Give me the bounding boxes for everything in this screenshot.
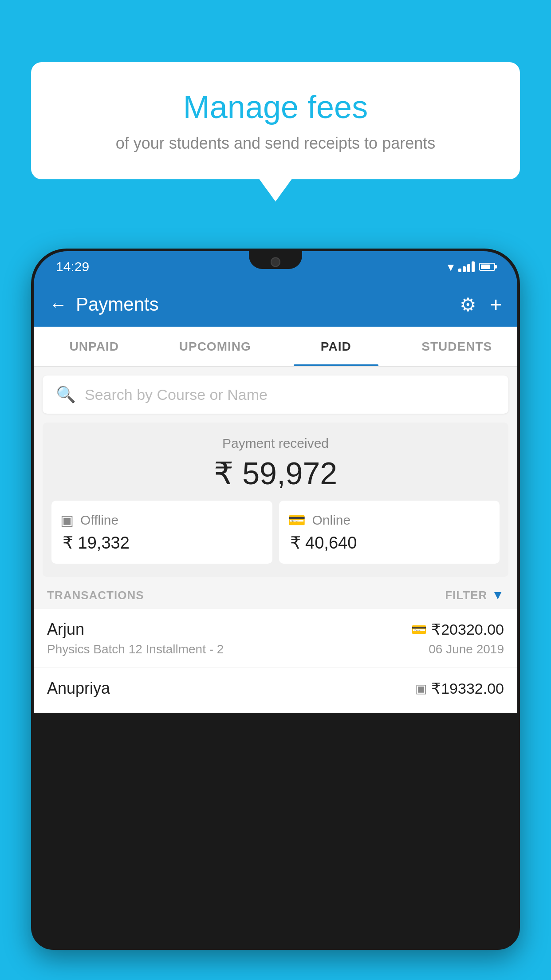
tab-unpaid[interactable]: UNPAID [34, 327, 155, 366]
filter-icon: ▼ [492, 588, 504, 602]
offline-amount: ₹ 19,332 [60, 533, 130, 553]
phone-notch [249, 251, 302, 269]
transaction-name: Anupriya [47, 679, 110, 698]
transaction-course: Physics Batch 12 Installment - 2 [47, 642, 224, 656]
page-title: Payments [76, 294, 159, 315]
transaction-date: 06 June 2019 [429, 642, 504, 656]
tab-upcoming[interactable]: UPCOMING [155, 327, 276, 366]
phone-container: 14:29 ▾ ← Pa [31, 249, 520, 980]
transactions-header: TRANSACTIONS FILTER ▼ [34, 577, 517, 609]
online-icon: 💳 [288, 512, 306, 529]
offline-label: Offline [80, 513, 118, 528]
tab-students[interactable]: STUDENTS [397, 327, 518, 366]
add-button[interactable]: + [490, 292, 502, 316]
transaction-list: Arjun 💳 ₹20320.00 Physics Batch 12 Insta… [34, 609, 517, 713]
transaction-item[interactable]: Arjun 💳 ₹20320.00 Physics Batch 12 Insta… [34, 609, 517, 668]
back-button[interactable]: ← [49, 295, 67, 315]
filter-button[interactable]: FILTER ▼ [445, 588, 504, 602]
speech-bubble: Manage fees of your students and send re… [31, 62, 520, 179]
payment-amount: ₹ 59,972 [51, 455, 500, 492]
app-content: 🔍 Search by Course or Name Payment recei… [34, 367, 517, 713]
offline-card: ▣ Offline ₹ 19,332 [51, 501, 272, 564]
online-card: 💳 Online ₹ 40,640 [279, 501, 500, 564]
camera [271, 257, 280, 267]
tabs-bar: UNPAID UPCOMING PAID STUDENTS [34, 327, 517, 367]
phone-screen: 14:29 ▾ ← Pa [34, 251, 517, 947]
speech-bubble-container: Manage fees of your students and send re… [31, 62, 520, 179]
search-icon: 🔍 [56, 385, 76, 404]
status-icons: ▾ [448, 260, 495, 274]
bubble-subtitle: of your students and send receipts to pa… [53, 134, 498, 153]
wifi-icon: ▾ [448, 260, 454, 274]
transaction-amount: ₹19332.00 [431, 680, 504, 697]
transaction-item[interactable]: Anupriya ▣ ₹19332.00 [34, 668, 517, 713]
online-amount: ₹ 40,640 [288, 533, 357, 553]
header-left: ← Payments [49, 294, 159, 315]
payment-sub-cards: ▣ Offline ₹ 19,332 💳 Online ₹ 40,640 [51, 501, 500, 564]
phone-frame: 14:29 ▾ ← Pa [31, 249, 520, 950]
filter-label: FILTER [445, 589, 487, 602]
online-label: Online [312, 513, 351, 528]
search-placeholder: Search by Course or Name [85, 386, 268, 403]
tab-paid[interactable]: PAID [276, 327, 397, 366]
header-right: ⚙ + [460, 292, 502, 316]
battery-icon [479, 263, 495, 271]
app-header: ← Payments ⚙ + [34, 282, 517, 327]
status-time: 14:29 [56, 259, 89, 274]
settings-icon[interactable]: ⚙ [460, 294, 476, 316]
transactions-label: TRANSACTIONS [47, 589, 144, 602]
search-bar[interactable]: 🔍 Search by Course or Name [43, 375, 508, 414]
payment-received-card: Payment received ₹ 59,972 ▣ Offline ₹ 19… [43, 423, 508, 577]
payment-type-icon: ▣ [415, 681, 427, 696]
signal-icon [458, 261, 475, 272]
transaction-name: Arjun [47, 620, 84, 639]
bubble-title: Manage fees [53, 89, 498, 125]
payment-type-icon: 💳 [411, 622, 427, 637]
offline-icon: ▣ [60, 512, 74, 529]
payment-label: Payment received [51, 436, 500, 451]
transaction-amount: ₹20320.00 [431, 620, 504, 638]
